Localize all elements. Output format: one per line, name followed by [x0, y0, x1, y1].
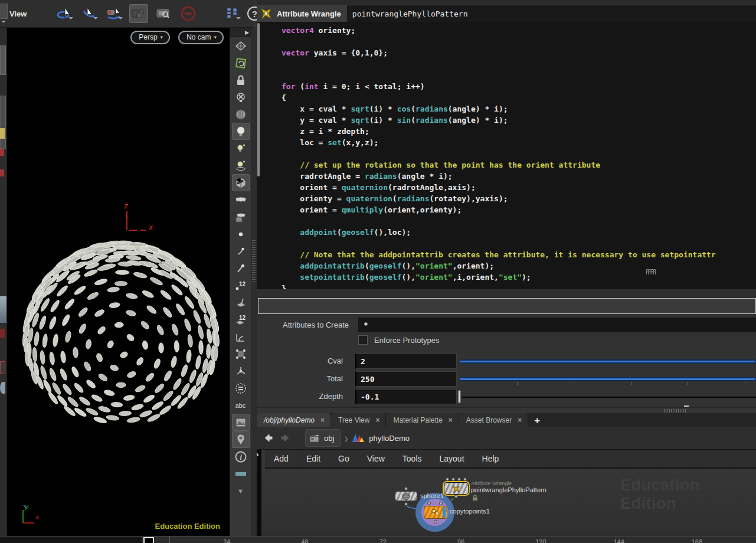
- headlight-icon[interactable]: [232, 123, 250, 140]
- text-overlay-icon[interactable]: abc: [232, 397, 250, 414]
- material-sphere-icon[interactable]: [232, 106, 250, 123]
- camera-selector[interactable]: No cam▾: [178, 31, 224, 44]
- pane-splitter[interactable]: [251, 28, 257, 536]
- code-line[interactable]: {: [282, 92, 716, 103]
- partial-icon[interactable]: [0, 329, 5, 338]
- frame-view-button[interactable]: [154, 4, 173, 23]
- input-connector[interactable]: [446, 477, 449, 481]
- code-line[interactable]: [282, 215, 716, 227]
- partial-icon[interactable]: [0, 128, 5, 139]
- net-menu-help[interactable]: Help: [482, 454, 499, 463]
- tab-asset-browser[interactable]: Asset Browser×: [459, 413, 528, 427]
- slider-handle[interactable]: [458, 390, 461, 403]
- code-line[interactable]: // set up the rotation so that the point…: [282, 159, 716, 171]
- node-pointwrangle[interactable]: [444, 483, 468, 494]
- light-off-icon[interactable]: [232, 89, 250, 106]
- timeline-ruler[interactable]: 24487296120144168: [0, 536, 756, 543]
- code-line[interactable]: for (int i = 0; i < total; i++): [282, 81, 716, 92]
- code-line[interactable]: loc = set(x,y,z);: [282, 137, 716, 148]
- tab-tree-view[interactable]: Tree View×: [331, 413, 386, 427]
- tab-close-icon[interactable]: ×: [320, 416, 325, 424]
- net-menu-add[interactable]: Add: [274, 454, 289, 463]
- color-bar-icon[interactable]: [232, 465, 250, 482]
- collapse-up-icon[interactable]: ▲: [257, 452, 260, 457]
- scroll-right-icon[interactable]: ▶: [245, 30, 249, 35]
- code-line[interactable]: [282, 148, 716, 159]
- breadcrumb-phyllodemo[interactable]: phylloDemo: [352, 432, 410, 444]
- enforce-prototypes-checkbox[interactable]: [358, 335, 368, 345]
- snippet-status-bar[interactable]: [258, 298, 756, 314]
- code-line[interactable]: x = cval * sqrt(i) * cos(radians(angle) …: [282, 103, 716, 115]
- net-menu-view[interactable]: View: [367, 454, 385, 463]
- param-slider-total[interactable]: [460, 371, 756, 387]
- code-line[interactable]: // Note that the addpointattrib creates …: [282, 249, 716, 260]
- net-menu-edit[interactable]: Edit: [306, 454, 320, 463]
- partial-icon[interactable]: [0, 149, 4, 156]
- point-hooks-icon[interactable]: [232, 243, 250, 260]
- tab-close-icon[interactable]: ×: [449, 416, 453, 424]
- layout-people-button[interactable]: [222, 4, 241, 23]
- select-button[interactable]: [80, 4, 99, 23]
- code-line[interactable]: orient = qmultiply(orient,orienty);: [282, 204, 716, 215]
- input-connector[interactable]: [404, 487, 408, 490]
- net-menu-layout[interactable]: Layout: [440, 454, 464, 463]
- partial-icon[interactable]: [0, 382, 5, 394]
- node-name-field[interactable]: pointwranglePhylloPattern: [347, 5, 756, 22]
- wireframe-cage-icon[interactable]: [232, 37, 250, 54]
- code-line[interactable]: orient = quaternion(radrotAngle,axis);: [282, 182, 716, 193]
- no-entry-button[interactable]: [179, 4, 198, 23]
- points-display-icon[interactable]: [232, 225, 250, 243]
- vex-code-editor[interactable]: vector4 orienty; vector yaxis = {0,1,0};…: [257, 22, 756, 289]
- add-light-icon[interactable]: [232, 140, 250, 157]
- code-resize-grip[interactable]: [646, 269, 656, 274]
- point-trails-icon[interactable]: [232, 260, 250, 277]
- input-connector[interactable]: [427, 502, 431, 505]
- code-line[interactable]: [282, 238, 716, 249]
- code-line[interactable]: radrotAngle = radians(angle * i);: [282, 171, 716, 182]
- partial-icon[interactable]: [0, 96, 6, 149]
- output-connector[interactable]: [454, 495, 458, 498]
- view-goggles-seq-icon[interactable]: [232, 208, 250, 225]
- param-slider-zdepth[interactable]: [460, 389, 756, 404]
- code-line[interactable]: vector yaxis = {0,1,0};: [282, 47, 716, 58]
- attributes-to-create-field[interactable]: *: [358, 318, 756, 332]
- partial-icon[interactable]: [0, 169, 4, 176]
- code-line[interactable]: [282, 36, 716, 47]
- node-sphere1[interactable]: [395, 491, 417, 501]
- net-menu-tools[interactable]: Tools: [402, 454, 422, 463]
- partial-icon[interactable]: [0, 45, 6, 75]
- param-field-total[interactable]: 250: [355, 371, 457, 387]
- forward-button[interactable]: [279, 431, 292, 444]
- corner-angle-icon[interactable]: [232, 328, 250, 345]
- tab-material-palette[interactable]: Material Palette×: [386, 413, 459, 427]
- background-image-icon[interactable]: [232, 414, 250, 431]
- group-display-icon[interactable]: [232, 345, 250, 362]
- point-numbers-icon[interactable]: 12: [232, 277, 250, 294]
- prim-normals-icon[interactable]: [232, 294, 250, 311]
- input-connector[interactable]: [451, 477, 455, 481]
- input-connector[interactable]: [439, 502, 443, 505]
- scroll-down-icon[interactable]: ▼: [232, 482, 250, 499]
- partial-tool-icon[interactable]: [0, 4, 8, 19]
- splitter-grip[interactable]: [252, 240, 256, 282]
- shaded-cube-icon[interactable]: [232, 174, 250, 191]
- code-line[interactable]: [282, 58, 716, 70]
- code-line[interactable]: vector4 orienty;: [282, 25, 716, 36]
- output-connector[interactable]: [434, 520, 437, 524]
- network-collapse-bar[interactable]: ▲: [257, 450, 261, 536]
- origin-pin-icon[interactable]: [232, 431, 250, 448]
- node-copytopoints1[interactable]: [424, 506, 447, 519]
- tab-close-icon[interactable]: ×: [518, 416, 522, 424]
- prim-numbers-icon[interactable]: 12: [232, 311, 250, 328]
- cache-ring-icon[interactable]: [232, 380, 250, 397]
- tab--obj-phyllodemo[interactable]: /obj/phylloDemo×: [257, 413, 331, 427]
- code-line[interactable]: addpoint(geoself(),loc);: [282, 227, 716, 238]
- param-field-zdepth[interactable]: -0.1: [355, 389, 457, 404]
- toolbar-scroll-track[interactable]: ▶: [230, 28, 251, 37]
- new-tab-button[interactable]: +: [528, 415, 546, 427]
- divider-handle[interactable]: [684, 405, 689, 407]
- camera-view-button[interactable]: [129, 4, 148, 23]
- partial-icon[interactable]: [0, 361, 5, 374]
- partial-icon[interactable]: [0, 296, 6, 323]
- output-connector[interactable]: [404, 502, 408, 506]
